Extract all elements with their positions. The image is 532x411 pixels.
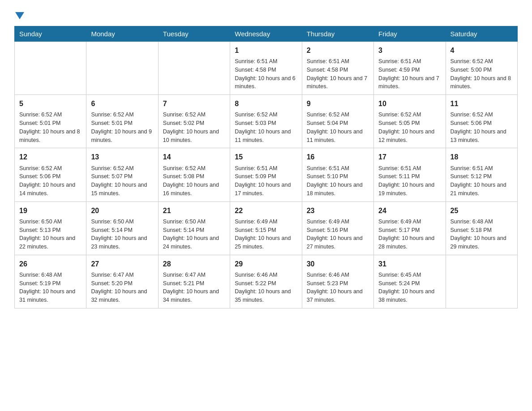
calendar-cell: 27Sunrise: 6:47 AM Sunset: 5:20 PM Dayli… — [86, 255, 158, 308]
day-info: Sunrise: 6:52 AM Sunset: 5:05 PM Dayligh… — [378, 111, 441, 144]
day-number: 24 — [378, 206, 441, 216]
day-number: 21 — [163, 206, 225, 216]
header-cell-tuesday: Tuesday — [158, 26, 230, 42]
day-info: Sunrise: 6:51 AM Sunset: 5:09 PM Dayligh… — [235, 164, 297, 198]
logo-triangle-icon — [15, 12, 24, 19]
calendar-header: SundayMondayTuesdayWednesdayThursdayFrid… — [15, 26, 518, 42]
day-info: Sunrise: 6:52 AM Sunset: 5:00 PM Dayligh… — [450, 57, 513, 91]
day-number: 17 — [378, 152, 441, 162]
calendar-cell — [15, 42, 86, 95]
calendar-cell: 7Sunrise: 6:52 AM Sunset: 5:02 PM Daylig… — [158, 95, 230, 148]
day-number: 2 — [307, 45, 369, 56]
header-cell-sunday: Sunday — [15, 26, 86, 42]
day-number: 16 — [307, 152, 369, 162]
day-info: Sunrise: 6:51 AM Sunset: 4:59 PM Dayligh… — [378, 57, 441, 91]
calendar-cell: 22Sunrise: 6:49 AM Sunset: 5:15 PM Dayli… — [230, 201, 302, 255]
day-info: Sunrise: 6:50 AM Sunset: 5:14 PM Dayligh… — [163, 218, 225, 251]
day-info: Sunrise: 6:51 AM Sunset: 5:12 PM Dayligh… — [450, 164, 513, 198]
day-info: Sunrise: 6:47 AM Sunset: 5:21 PM Dayligh… — [163, 271, 225, 304]
header-cell-friday: Friday — [374, 26, 446, 42]
calendar-cell: 1Sunrise: 6:51 AM Sunset: 4:58 PM Daylig… — [230, 42, 302, 95]
header-row: SundayMondayTuesdayWednesdayThursdayFrid… — [15, 26, 518, 42]
day-number: 3 — [378, 45, 441, 56]
calendar-week-2: 12Sunrise: 6:52 AM Sunset: 5:06 PM Dayli… — [15, 148, 518, 201]
day-info: Sunrise: 6:49 AM Sunset: 5:17 PM Dayligh… — [378, 218, 441, 251]
day-info: Sunrise: 6:48 AM Sunset: 5:19 PM Dayligh… — [19, 271, 82, 304]
day-number: 10 — [378, 98, 441, 109]
calendar-cell — [446, 255, 517, 308]
day-number: 11 — [450, 98, 513, 109]
calendar-cell — [86, 42, 158, 95]
day-info: Sunrise: 6:47 AM Sunset: 5:20 PM Dayligh… — [91, 271, 153, 304]
day-number: 18 — [450, 152, 513, 162]
day-info: Sunrise: 6:49 AM Sunset: 5:15 PM Dayligh… — [235, 218, 297, 251]
calendar-cell: 11Sunrise: 6:52 AM Sunset: 5:06 PM Dayli… — [446, 95, 517, 148]
day-number: 7 — [163, 98, 225, 109]
day-info: Sunrise: 6:52 AM Sunset: 5:06 PM Dayligh… — [19, 164, 82, 198]
day-number: 12 — [19, 152, 82, 162]
header-cell-saturday: Saturday — [446, 26, 517, 42]
calendar-body: 1Sunrise: 6:51 AM Sunset: 4:58 PM Daylig… — [15, 42, 518, 308]
day-info: Sunrise: 6:50 AM Sunset: 5:14 PM Dayligh… — [91, 218, 153, 251]
day-info: Sunrise: 6:48 AM Sunset: 5:18 PM Dayligh… — [450, 218, 513, 251]
day-info: Sunrise: 6:52 AM Sunset: 5:04 PM Dayligh… — [307, 111, 369, 144]
day-number: 19 — [19, 206, 82, 216]
day-info: Sunrise: 6:49 AM Sunset: 5:16 PM Dayligh… — [307, 218, 369, 251]
day-info: Sunrise: 6:46 AM Sunset: 5:22 PM Dayligh… — [235, 271, 297, 304]
calendar-cell: 19Sunrise: 6:50 AM Sunset: 5:13 PM Dayli… — [15, 201, 86, 255]
calendar-cell: 26Sunrise: 6:48 AM Sunset: 5:19 PM Dayli… — [15, 255, 86, 308]
calendar-cell: 30Sunrise: 6:46 AM Sunset: 5:23 PM Dayli… — [302, 255, 373, 308]
calendar-cell: 4Sunrise: 6:52 AM Sunset: 5:00 PM Daylig… — [446, 42, 517, 95]
calendar-cell: 28Sunrise: 6:47 AM Sunset: 5:21 PM Dayli… — [158, 255, 230, 308]
day-number: 23 — [307, 206, 369, 216]
calendar-cell: 17Sunrise: 6:51 AM Sunset: 5:11 PM Dayli… — [374, 148, 446, 201]
day-number: 22 — [235, 206, 297, 216]
day-number: 14 — [163, 152, 225, 162]
day-info: Sunrise: 6:51 AM Sunset: 4:58 PM Dayligh… — [235, 57, 297, 91]
calendar-cell: 18Sunrise: 6:51 AM Sunset: 5:12 PM Dayli… — [446, 148, 517, 201]
logo — [14, 11, 24, 18]
day-info: Sunrise: 6:52 AM Sunset: 5:03 PM Dayligh… — [235, 111, 297, 144]
calendar-cell: 3Sunrise: 6:51 AM Sunset: 4:59 PM Daylig… — [374, 42, 446, 95]
header-cell-thursday: Thursday — [302, 26, 373, 42]
day-info: Sunrise: 6:52 AM Sunset: 5:07 PM Dayligh… — [91, 164, 153, 198]
day-info: Sunrise: 6:51 AM Sunset: 4:58 PM Dayligh… — [307, 57, 369, 91]
day-number: 6 — [91, 98, 153, 109]
day-info: Sunrise: 6:51 AM Sunset: 5:11 PM Dayligh… — [378, 164, 441, 198]
calendar-week-4: 26Sunrise: 6:48 AM Sunset: 5:19 PM Dayli… — [15, 255, 518, 308]
calendar-cell: 16Sunrise: 6:51 AM Sunset: 5:10 PM Dayli… — [302, 148, 373, 201]
day-info: Sunrise: 6:52 AM Sunset: 5:01 PM Dayligh… — [91, 111, 153, 144]
calendar-cell: 29Sunrise: 6:46 AM Sunset: 5:22 PM Dayli… — [230, 255, 302, 308]
calendar-week-1: 5Sunrise: 6:52 AM Sunset: 5:01 PM Daylig… — [15, 95, 518, 148]
calendar-cell: 25Sunrise: 6:48 AM Sunset: 5:18 PM Dayli… — [446, 201, 517, 255]
page-header — [14, 11, 518, 18]
header-cell-wednesday: Wednesday — [230, 26, 302, 42]
day-number: 30 — [307, 259, 369, 269]
calendar-table: SundayMondayTuesdayWednesdayThursdayFrid… — [14, 26, 518, 308]
day-number: 5 — [19, 98, 82, 109]
day-info: Sunrise: 6:50 AM Sunset: 5:13 PM Dayligh… — [19, 218, 82, 251]
calendar-cell — [158, 42, 230, 95]
calendar-cell: 23Sunrise: 6:49 AM Sunset: 5:16 PM Dayli… — [302, 201, 373, 255]
day-info: Sunrise: 6:52 AM Sunset: 5:06 PM Dayligh… — [450, 111, 513, 144]
day-number: 28 — [163, 259, 225, 269]
calendar-cell: 9Sunrise: 6:52 AM Sunset: 5:04 PM Daylig… — [302, 95, 373, 148]
calendar-cell: 2Sunrise: 6:51 AM Sunset: 4:58 PM Daylig… — [302, 42, 373, 95]
calendar-cell: 10Sunrise: 6:52 AM Sunset: 5:05 PM Dayli… — [374, 95, 446, 148]
day-number: 13 — [91, 152, 153, 162]
calendar-cell: 15Sunrise: 6:51 AM Sunset: 5:09 PM Dayli… — [230, 148, 302, 201]
day-number: 20 — [91, 206, 153, 216]
calendar-cell: 12Sunrise: 6:52 AM Sunset: 5:06 PM Dayli… — [15, 148, 86, 201]
calendar-week-0: 1Sunrise: 6:51 AM Sunset: 4:58 PM Daylig… — [15, 42, 518, 95]
day-info: Sunrise: 6:46 AM Sunset: 5:23 PM Dayligh… — [307, 271, 369, 304]
header-cell-monday: Monday — [86, 26, 158, 42]
calendar-cell: 5Sunrise: 6:52 AM Sunset: 5:01 PM Daylig… — [15, 95, 86, 148]
day-number: 27 — [91, 259, 153, 269]
day-info: Sunrise: 6:51 AM Sunset: 5:10 PM Dayligh… — [307, 164, 369, 198]
day-info: Sunrise: 6:45 AM Sunset: 5:24 PM Dayligh… — [378, 271, 441, 304]
calendar-cell: 14Sunrise: 6:52 AM Sunset: 5:08 PM Dayli… — [158, 148, 230, 201]
calendar-cell: 24Sunrise: 6:49 AM Sunset: 5:17 PM Dayli… — [374, 201, 446, 255]
day-number: 1 — [235, 45, 297, 56]
day-number: 4 — [450, 45, 513, 56]
calendar-cell: 6Sunrise: 6:52 AM Sunset: 5:01 PM Daylig… — [86, 95, 158, 148]
